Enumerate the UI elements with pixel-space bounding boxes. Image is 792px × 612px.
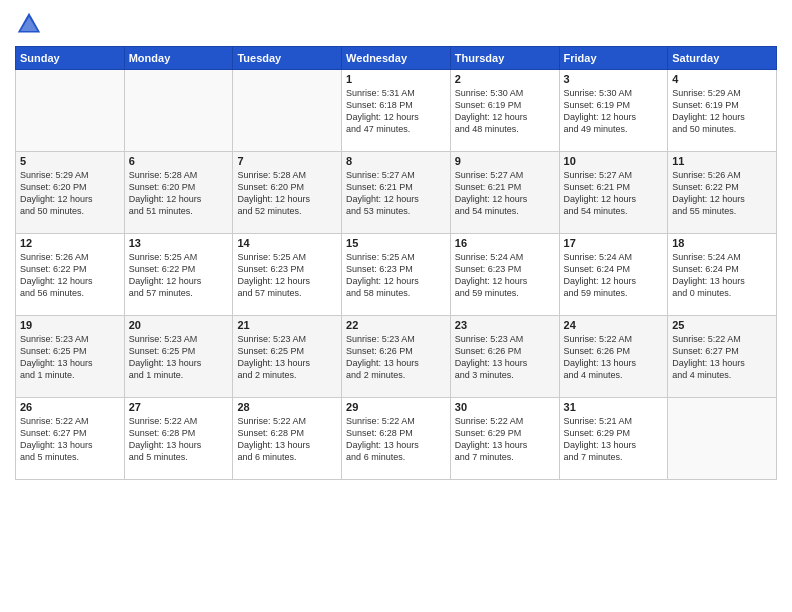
day-cell: 13Sunrise: 5:25 AM Sunset: 6:22 PM Dayli… xyxy=(124,234,233,316)
week-row-2: 12Sunrise: 5:26 AM Sunset: 6:22 PM Dayli… xyxy=(16,234,777,316)
day-cell: 30Sunrise: 5:22 AM Sunset: 6:29 PM Dayli… xyxy=(450,398,559,480)
day-cell: 16Sunrise: 5:24 AM Sunset: 6:23 PM Dayli… xyxy=(450,234,559,316)
logo xyxy=(15,10,47,38)
day-number: 19 xyxy=(20,319,120,331)
day-info: Sunrise: 5:25 AM Sunset: 6:23 PM Dayligh… xyxy=(346,251,446,300)
day-number: 24 xyxy=(564,319,664,331)
day-info: Sunrise: 5:30 AM Sunset: 6:19 PM Dayligh… xyxy=(564,87,664,136)
week-row-1: 5Sunrise: 5:29 AM Sunset: 6:20 PM Daylig… xyxy=(16,152,777,234)
header-cell-friday: Friday xyxy=(559,47,668,70)
day-number: 10 xyxy=(564,155,664,167)
day-info: Sunrise: 5:31 AM Sunset: 6:18 PM Dayligh… xyxy=(346,87,446,136)
day-cell: 26Sunrise: 5:22 AM Sunset: 6:27 PM Dayli… xyxy=(16,398,125,480)
day-info: Sunrise: 5:22 AM Sunset: 6:28 PM Dayligh… xyxy=(346,415,446,464)
day-cell: 9Sunrise: 5:27 AM Sunset: 6:21 PM Daylig… xyxy=(450,152,559,234)
day-info: Sunrise: 5:26 AM Sunset: 6:22 PM Dayligh… xyxy=(672,169,772,218)
day-number: 4 xyxy=(672,73,772,85)
calendar-body: 1Sunrise: 5:31 AM Sunset: 6:18 PM Daylig… xyxy=(16,70,777,480)
page-container: SundayMondayTuesdayWednesdayThursdayFrid… xyxy=(0,0,792,490)
day-info: Sunrise: 5:22 AM Sunset: 6:27 PM Dayligh… xyxy=(672,333,772,382)
day-info: Sunrise: 5:25 AM Sunset: 6:22 PM Dayligh… xyxy=(129,251,229,300)
day-info: Sunrise: 5:30 AM Sunset: 6:19 PM Dayligh… xyxy=(455,87,555,136)
day-cell: 2Sunrise: 5:30 AM Sunset: 6:19 PM Daylig… xyxy=(450,70,559,152)
header-cell-saturday: Saturday xyxy=(668,47,777,70)
day-cell: 31Sunrise: 5:21 AM Sunset: 6:29 PM Dayli… xyxy=(559,398,668,480)
day-info: Sunrise: 5:28 AM Sunset: 6:20 PM Dayligh… xyxy=(129,169,229,218)
day-info: Sunrise: 5:24 AM Sunset: 6:23 PM Dayligh… xyxy=(455,251,555,300)
header-row: SundayMondayTuesdayWednesdayThursdayFrid… xyxy=(16,47,777,70)
day-info: Sunrise: 5:22 AM Sunset: 6:27 PM Dayligh… xyxy=(20,415,120,464)
day-number: 25 xyxy=(672,319,772,331)
header-cell-sunday: Sunday xyxy=(16,47,125,70)
day-cell: 28Sunrise: 5:22 AM Sunset: 6:28 PM Dayli… xyxy=(233,398,342,480)
header-cell-wednesday: Wednesday xyxy=(342,47,451,70)
day-cell: 22Sunrise: 5:23 AM Sunset: 6:26 PM Dayli… xyxy=(342,316,451,398)
day-number: 22 xyxy=(346,319,446,331)
calendar-table: SundayMondayTuesdayWednesdayThursdayFrid… xyxy=(15,46,777,480)
day-number: 15 xyxy=(346,237,446,249)
day-info: Sunrise: 5:22 AM Sunset: 6:29 PM Dayligh… xyxy=(455,415,555,464)
day-cell: 19Sunrise: 5:23 AM Sunset: 6:25 PM Dayli… xyxy=(16,316,125,398)
day-cell: 29Sunrise: 5:22 AM Sunset: 6:28 PM Dayli… xyxy=(342,398,451,480)
day-info: Sunrise: 5:22 AM Sunset: 6:26 PM Dayligh… xyxy=(564,333,664,382)
page-header xyxy=(15,10,777,38)
day-cell: 20Sunrise: 5:23 AM Sunset: 6:25 PM Dayli… xyxy=(124,316,233,398)
header-cell-monday: Monday xyxy=(124,47,233,70)
day-cell: 15Sunrise: 5:25 AM Sunset: 6:23 PM Dayli… xyxy=(342,234,451,316)
week-row-4: 26Sunrise: 5:22 AM Sunset: 6:27 PM Dayli… xyxy=(16,398,777,480)
day-number: 5 xyxy=(20,155,120,167)
day-number: 28 xyxy=(237,401,337,413)
day-number: 26 xyxy=(20,401,120,413)
day-number: 27 xyxy=(129,401,229,413)
day-number: 1 xyxy=(346,73,446,85)
day-number: 11 xyxy=(672,155,772,167)
day-cell: 27Sunrise: 5:22 AM Sunset: 6:28 PM Dayli… xyxy=(124,398,233,480)
day-number: 7 xyxy=(237,155,337,167)
day-cell: 14Sunrise: 5:25 AM Sunset: 6:23 PM Dayli… xyxy=(233,234,342,316)
header-cell-tuesday: Tuesday xyxy=(233,47,342,70)
day-cell xyxy=(124,70,233,152)
header-cell-thursday: Thursday xyxy=(450,47,559,70)
day-number: 12 xyxy=(20,237,120,249)
day-number: 14 xyxy=(237,237,337,249)
day-cell: 8Sunrise: 5:27 AM Sunset: 6:21 PM Daylig… xyxy=(342,152,451,234)
day-number: 9 xyxy=(455,155,555,167)
day-info: Sunrise: 5:24 AM Sunset: 6:24 PM Dayligh… xyxy=(672,251,772,300)
week-row-3: 19Sunrise: 5:23 AM Sunset: 6:25 PM Dayli… xyxy=(16,316,777,398)
day-number: 13 xyxy=(129,237,229,249)
day-cell: 7Sunrise: 5:28 AM Sunset: 6:20 PM Daylig… xyxy=(233,152,342,234)
day-number: 23 xyxy=(455,319,555,331)
day-cell: 3Sunrise: 5:30 AM Sunset: 6:19 PM Daylig… xyxy=(559,70,668,152)
day-cell: 25Sunrise: 5:22 AM Sunset: 6:27 PM Dayli… xyxy=(668,316,777,398)
day-number: 3 xyxy=(564,73,664,85)
day-info: Sunrise: 5:23 AM Sunset: 6:26 PM Dayligh… xyxy=(455,333,555,382)
day-cell xyxy=(233,70,342,152)
day-number: 20 xyxy=(129,319,229,331)
day-cell: 17Sunrise: 5:24 AM Sunset: 6:24 PM Dayli… xyxy=(559,234,668,316)
day-cell: 5Sunrise: 5:29 AM Sunset: 6:20 PM Daylig… xyxy=(16,152,125,234)
day-info: Sunrise: 5:23 AM Sunset: 6:25 PM Dayligh… xyxy=(129,333,229,382)
day-cell: 10Sunrise: 5:27 AM Sunset: 6:21 PM Dayli… xyxy=(559,152,668,234)
day-info: Sunrise: 5:27 AM Sunset: 6:21 PM Dayligh… xyxy=(455,169,555,218)
day-number: 30 xyxy=(455,401,555,413)
day-info: Sunrise: 5:22 AM Sunset: 6:28 PM Dayligh… xyxy=(237,415,337,464)
day-cell: 24Sunrise: 5:22 AM Sunset: 6:26 PM Dayli… xyxy=(559,316,668,398)
day-info: Sunrise: 5:21 AM Sunset: 6:29 PM Dayligh… xyxy=(564,415,664,464)
day-cell: 23Sunrise: 5:23 AM Sunset: 6:26 PM Dayli… xyxy=(450,316,559,398)
day-info: Sunrise: 5:26 AM Sunset: 6:22 PM Dayligh… xyxy=(20,251,120,300)
day-cell: 6Sunrise: 5:28 AM Sunset: 6:20 PM Daylig… xyxy=(124,152,233,234)
logo-icon xyxy=(15,10,43,38)
day-number: 6 xyxy=(129,155,229,167)
day-number: 18 xyxy=(672,237,772,249)
day-cell xyxy=(16,70,125,152)
day-info: Sunrise: 5:24 AM Sunset: 6:24 PM Dayligh… xyxy=(564,251,664,300)
day-cell: 11Sunrise: 5:26 AM Sunset: 6:22 PM Dayli… xyxy=(668,152,777,234)
day-cell: 18Sunrise: 5:24 AM Sunset: 6:24 PM Dayli… xyxy=(668,234,777,316)
day-cell: 4Sunrise: 5:29 AM Sunset: 6:19 PM Daylig… xyxy=(668,70,777,152)
day-info: Sunrise: 5:27 AM Sunset: 6:21 PM Dayligh… xyxy=(564,169,664,218)
day-info: Sunrise: 5:25 AM Sunset: 6:23 PM Dayligh… xyxy=(237,251,337,300)
day-info: Sunrise: 5:27 AM Sunset: 6:21 PM Dayligh… xyxy=(346,169,446,218)
day-info: Sunrise: 5:29 AM Sunset: 6:19 PM Dayligh… xyxy=(672,87,772,136)
day-info: Sunrise: 5:22 AM Sunset: 6:28 PM Dayligh… xyxy=(129,415,229,464)
day-cell: 21Sunrise: 5:23 AM Sunset: 6:25 PM Dayli… xyxy=(233,316,342,398)
